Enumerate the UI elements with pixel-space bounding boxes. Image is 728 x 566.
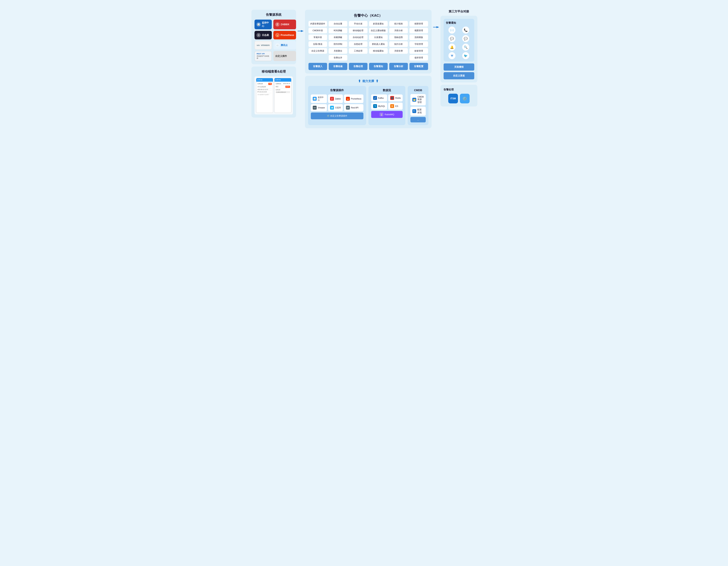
prometheus-label: Prometheus — [281, 34, 294, 36]
cmdb-discover[interactable]: 🔍 配置发现 — [410, 107, 426, 116]
cmdb-title: CMDB — [410, 89, 426, 92]
source-tencent[interactable]: ☁️ 腾讯云 — [273, 41, 296, 49]
kac-footer-chuli: 告警处理 — [349, 63, 367, 70]
source-system-box: 告警源系统 📊 监控中心 Z ZABBIX 日 日志易 — [251, 10, 296, 64]
page-banner-btn[interactable]: 页面播报 — [444, 63, 474, 71]
zabbix-label: ZABBIX — [281, 23, 289, 26]
dataflow-kafka[interactable]: 🔗 Kafka — [371, 95, 387, 102]
plugin-zabbix[interactable]: Z Zabbix — [328, 95, 343, 103]
monitor-label: 监控中心 — [262, 21, 270, 28]
vmware-icon: vm — [257, 44, 260, 46]
dataflow-card: 数据流 🔗 Kafka 🗄️ Redis — [368, 86, 406, 125]
cmdb-resource[interactable]: 🗂️ CMDB资源管理 — [410, 94, 426, 105]
dingding-icon: 🔔 — [448, 44, 455, 51]
monitor-icon: 📊 — [313, 97, 317, 101]
kac-item: CMDB丰富 — [308, 28, 327, 33]
notification-section: 告警通知 ✉️ 📞 💬 💬 — [440, 16, 477, 82]
plugin-monitor[interactable]: 📊 监控中心 — [311, 95, 327, 103]
source-custom[interactable]: 自定义插件 — [273, 51, 296, 61]
phone-mockup-2: 告警详情 告警时间2023-08-10 状态处理中 处理记录 已分配给运维团队处… — [274, 78, 291, 113]
arrow-to-kac — [297, 29, 304, 33]
custom-plugin-btn[interactable]: ⚙️ 自定义告警源插件 — [311, 113, 363, 119]
main-layout: 告警源系统 📊 监控中心 Z ZABBIX 日 日志易 — [251, 10, 477, 128]
kac-item: 自动化处理 — [349, 35, 367, 40]
kac-item: 群机器人通知 — [369, 41, 388, 47]
kac-item: 关联告警 — [389, 48, 408, 54]
arrow-up-2: ⬆ — [376, 79, 379, 83]
zabbix-icon: Z — [275, 22, 280, 27]
notif-dingding: 🔔 — [446, 44, 458, 51]
email-icon: ✉️ — [448, 27, 455, 34]
itsm-icon[interactable]: iTSM — [448, 94, 458, 103]
search-icon: 🔍 — [462, 44, 469, 51]
kac-col-1: 内置告警源插件 CMDB丰富 常规丰富 拉取/推送 自定义告警源 — [308, 21, 327, 61]
source-grid: 📊 监控中心 Z ZABBIX 日 日志易 🔥 Prometheus — [255, 20, 293, 61]
dataflow-mysql[interactable]: 🐬 MySQL — [371, 103, 387, 110]
arrow-to-third-party — [432, 25, 440, 29]
notif-search: 🔍 — [460, 44, 472, 51]
kac-title: 告警中心（KAC） — [308, 13, 428, 18]
arrow-up-1: ⬆ — [358, 79, 361, 83]
third-party-title: 第三方平台对接 — [440, 10, 477, 13]
kac-item: 指标趋势 — [389, 35, 408, 40]
process-title: 告警处理 — [444, 88, 474, 91]
plugin-card: 告警源插件 📊 监控中心 Z Zabbix — [308, 86, 366, 125]
kac-item: 工单处理 — [349, 48, 367, 54]
source-vmware[interactable]: vm vmware — [255, 41, 272, 49]
cmdb-discover-icon: 🔍 — [412, 109, 416, 113]
cmdb-card: CMDB 🗂️ CMDB资源管理 🔍 配置发现 ... — [408, 86, 428, 125]
notif-wechat: 💬 — [460, 35, 472, 42]
source-zabbix[interactable]: Z ZABBIX — [273, 20, 296, 29]
source-prometheus[interactable]: 🔥 Prometheus — [273, 31, 296, 39]
source-rizhiyi[interactable]: 日 日志易 — [255, 31, 272, 39]
kac-item: 分派通知 — [369, 35, 388, 40]
plugin-prometheus[interactable]: 🔥 Prometheus — [344, 95, 363, 103]
dataflow-grid: 🔗 Kafka 🗄️ Redis 🐬 MySQL — [371, 95, 403, 110]
restapi-label: REST API — [257, 53, 265, 55]
custom-channel-btn[interactable]: 自定义渠道 — [444, 72, 474, 79]
prometheus-icon: 🔥 — [275, 33, 280, 37]
zabbix-icon: Z — [330, 97, 334, 101]
kafka-icon: 🔗 — [373, 96, 377, 100]
kac-col-2: 自动去重 时间屏蔽 依赖屏蔽 防抖抑制 关联聚合 告警合并 — [329, 21, 347, 61]
kac-item: 手动分派 — [349, 21, 367, 27]
dataflow-es[interactable]: E ES — [388, 103, 403, 110]
restapi-icon: API — [346, 106, 350, 110]
notif-icons: ✉️ 📞 💬 💬 🔔 — [446, 27, 472, 59]
wechat-icon: 💬 — [462, 35, 469, 42]
plugin-items: 📊 监控中心 Z Zabbix 🔥 Prometheus — [311, 95, 363, 119]
plugin-restapi[interactable]: API Rest API — [344, 104, 363, 111]
kac-item: 自动去重 — [329, 21, 347, 27]
source-title: 告警源系统 — [255, 13, 293, 17]
kac-footer-jieru: 告警接入 — [308, 63, 327, 70]
plugin-cloud[interactable]: ☁️ 云监控 — [328, 104, 343, 111]
left-panel: 告警源系统 📊 监控中心 Z ZABBIX 日 日志易 — [251, 10, 296, 118]
es-icon: E — [390, 104, 394, 108]
middle-panel: 告警中心（KAC） 内置告警源插件 CMDB丰富 常规丰富 拉取/推送 自定义告… — [305, 10, 432, 128]
dataflow-redis[interactable]: 🗄️ Redis — [388, 95, 403, 102]
page-container: 告警源系统 📊 监控中心 Z ZABBIX 日 日志易 — [248, 6, 480, 132]
kac-footer: 告警接入 告警收敛 告警处理 告警通知 告警分析 告警配置 — [308, 63, 428, 70]
welink-icon: W — [448, 52, 455, 59]
plugin-vmware[interactable]: vm Vmware — [311, 104, 327, 111]
kac-item: 移动端处理 — [349, 28, 367, 33]
dataflow-rabbitmq[interactable]: 🐰 RabbitMQ — [371, 111, 403, 118]
cmdb-more[interactable]: ... — [410, 117, 426, 122]
plugin-title: 告警源插件 — [311, 89, 363, 92]
source-restapi[interactable]: REST API 其他监控产品省选择 — [255, 51, 272, 61]
support-title: ⬆ 能力支撑 ⬆ — [308, 79, 428, 83]
notification-title: 告警通知 — [446, 21, 472, 25]
support-section: ⬆ 能力支撑 ⬆ 告警源插件 📊 监控中心 — [305, 76, 432, 128]
kac-item: 字段管理 — [409, 41, 428, 47]
source-monitor[interactable]: 📊 监控中心 — [255, 20, 272, 29]
kac-item: 移动端通知 — [369, 48, 388, 54]
kac-item: 时间屏蔽 — [329, 28, 347, 33]
kac-item: 自定义告警源 — [308, 48, 327, 54]
right-panel: 第三方平台对接 告警通知 ✉️ 📞 💬 — [440, 10, 477, 107]
gear-icon[interactable]: ⚙️ — [460, 94, 470, 103]
mobile-title: 移动端查看&处理 — [255, 70, 293, 74]
kac-footer-fenxi: 告警分析 — [389, 63, 408, 70]
kac-item: 值班管理 — [409, 55, 428, 61]
rizhiyi-label: 日志易 — [262, 34, 269, 37]
process-box: 告警处理 iTSM ⚙️ — [440, 85, 477, 107]
